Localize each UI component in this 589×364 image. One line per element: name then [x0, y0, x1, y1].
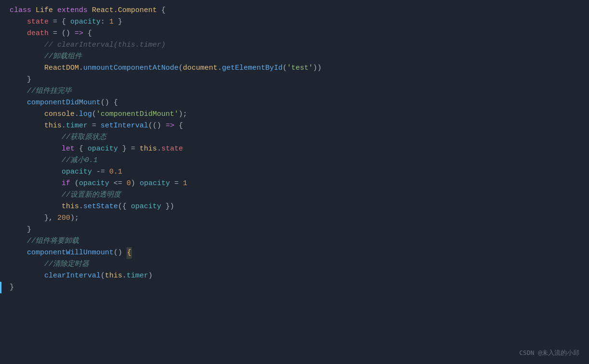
react-component: React.Component	[92, 5, 161, 16]
indent	[10, 224, 27, 236]
paren9: (	[101, 270, 105, 282]
lte: <=	[109, 178, 127, 189]
parens: ()	[62, 28, 70, 39]
code-editor: class Life extends React.Component { sta…	[0, 0, 589, 364]
indent	[10, 143, 62, 155]
equals3: =	[170, 178, 183, 189]
brace-close2: },	[44, 213, 57, 224]
indent	[10, 39, 44, 51]
code-line: class Life extends React.Component {	[0, 5, 589, 16]
code-line: componentWillUnmount() {	[0, 247, 589, 259]
class-name: Life	[36, 5, 57, 16]
dot7: .	[122, 270, 127, 282]
indent	[10, 236, 27, 247]
paren2: (	[282, 63, 287, 74]
property-death: death	[27, 28, 49, 39]
brace-open2: {	[114, 97, 118, 109]
method-setinterval: setInterval	[101, 120, 148, 132]
string-test: 'test'	[287, 63, 313, 74]
indent	[10, 74, 27, 86]
brace-close3: }	[27, 224, 31, 236]
parens2: ()	[101, 97, 114, 109]
num-1b: 1	[183, 178, 187, 189]
code-line: }	[0, 74, 589, 86]
paren4: (()	[148, 120, 166, 132]
indent	[10, 63, 44, 74]
opacity-var2: opacity	[79, 178, 109, 189]
minus-equals: -=	[92, 166, 109, 178]
paren-close: ))	[313, 63, 321, 74]
comment-willunmount: //组件将要卸载	[27, 236, 79, 247]
code-line-highlighted: }	[0, 282, 589, 293]
equals: =	[49, 16, 62, 28]
indent	[10, 178, 62, 189]
indent	[10, 201, 62, 213]
brace-open3: {	[179, 120, 183, 132]
brace-open: {	[88, 28, 92, 39]
number-1: 1	[109, 16, 114, 28]
arrow2: =>	[166, 120, 179, 132]
code-line: //获取原状态	[0, 132, 589, 143]
brace-open: {	[161, 5, 166, 16]
indent	[10, 86, 27, 97]
num-01: 0.1	[109, 166, 122, 178]
indent	[10, 155, 62, 166]
dot3: .	[75, 109, 79, 120]
num-0: 0	[127, 178, 131, 189]
indent	[10, 51, 44, 63]
code-line: //组件挂完毕	[0, 86, 589, 97]
method-componentdidmount: componentDidMount	[27, 97, 101, 109]
keyword-let: let	[62, 143, 79, 155]
indent	[10, 213, 44, 224]
paren7: ({	[118, 201, 131, 213]
dot4: .	[62, 120, 66, 132]
code-line: //减小0.1	[0, 155, 589, 166]
prop-timer2: timer	[127, 270, 148, 282]
paren-close4: )	[148, 270, 153, 282]
code-line: opacity -= 0.1	[0, 166, 589, 178]
method-unmount: unmountComponentAtNode	[83, 63, 179, 74]
indent	[10, 270, 44, 282]
indent	[10, 120, 44, 132]
code-line: //设置新的透明度	[0, 189, 589, 201]
comment-clearinterval: // clearInterval(this.timer)	[44, 39, 166, 51]
dot2: .	[218, 63, 222, 74]
indent	[10, 132, 62, 143]
method-getelementbyid: getElementById	[222, 63, 282, 74]
code-line: console.log('componentDidMount');	[0, 109, 589, 120]
dot6: .	[79, 201, 83, 213]
keyword-extends: extends	[57, 5, 92, 16]
assign: =	[88, 120, 101, 132]
dot: .	[79, 63, 83, 74]
brace-close: }	[27, 74, 31, 86]
code-line: this.timer = setInterval(() => {	[0, 120, 589, 132]
parens3: ()	[114, 247, 127, 259]
indent	[10, 28, 27, 39]
equals: =	[49, 28, 62, 39]
prop-timer: timer	[66, 120, 88, 132]
brace-highlighted: {	[127, 247, 132, 259]
num-200: 200	[57, 213, 70, 224]
keyword-class: class	[10, 5, 36, 16]
prop-opacity2: opacity	[88, 143, 118, 155]
comment-unload: //卸载组件	[44, 51, 82, 63]
paren3: (	[92, 109, 96, 120]
method-componentwillunmount: componentWillUnmount	[27, 247, 114, 259]
code-line: }, 200);	[0, 213, 589, 224]
paren-open: (	[179, 63, 183, 74]
indent	[10, 189, 62, 201]
code-line: clearInterval(this.timer)	[0, 270, 589, 282]
indent	[10, 109, 44, 120]
code-line: componentDidMount() {	[0, 97, 589, 109]
indent	[10, 259, 44, 270]
comment-decrease: //减小0.1	[62, 155, 98, 166]
this3: this	[62, 201, 79, 213]
brace-destruct: {	[79, 143, 88, 155]
code-line: }	[0, 224, 589, 236]
code-line: // clearInterval(this.timer)	[0, 39, 589, 51]
code-line: //清除定时器	[0, 259, 589, 270]
method-clearinterval: clearInterval	[44, 270, 101, 282]
prop-opacity: opacity	[70, 16, 101, 28]
state: state	[161, 143, 183, 155]
comment-setopacity: //设置新的透明度	[62, 189, 121, 201]
